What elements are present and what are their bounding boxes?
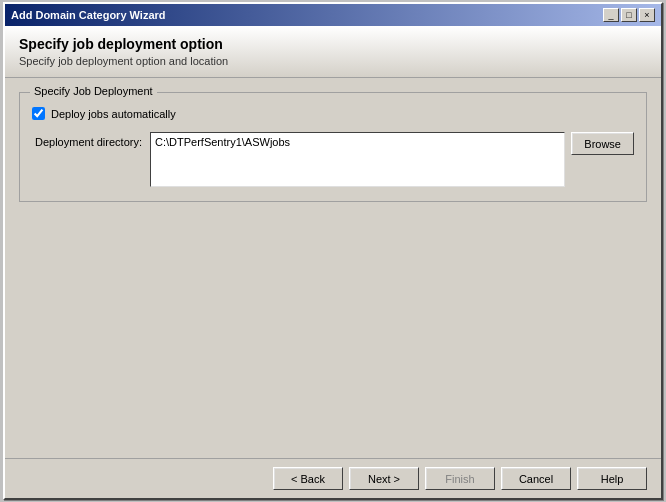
specify-job-deployment-group: Specify Job Deployment Deploy jobs autom… [19, 92, 647, 202]
browse-button[interactable]: Browse [571, 132, 634, 155]
window-title: Add Domain Category Wizard [11, 9, 166, 21]
input-browse-row: Browse [150, 132, 634, 187]
dialog-body: Specify Job Deployment Deploy jobs autom… [5, 78, 661, 458]
help-button[interactable]: Help [577, 467, 647, 490]
deploy-automatically-label[interactable]: Deploy jobs automatically [51, 108, 176, 120]
title-bar: Add Domain Category Wizard _ □ × [5, 4, 661, 26]
next-button[interactable]: Next > [349, 467, 419, 490]
finish-button[interactable]: Finish [425, 467, 495, 490]
deployment-directory-input-area [150, 132, 565, 187]
dialog-header: Specify job deployment option Specify jo… [5, 26, 661, 78]
cancel-button[interactable]: Cancel [501, 467, 571, 490]
header-title: Specify job deployment option [19, 36, 647, 52]
deploy-automatically-row: Deploy jobs automatically [32, 107, 634, 120]
back-button[interactable]: < Back [273, 467, 343, 490]
deployment-directory-row: Deployment directory: Browse [32, 132, 634, 187]
close-button[interactable]: × [639, 8, 655, 22]
group-box-legend: Specify Job Deployment [30, 85, 157, 97]
deployment-directory-label: Deployment directory: [32, 132, 142, 148]
header-subtitle: Specify job deployment option and locati… [19, 55, 647, 67]
dialog-window: Add Domain Category Wizard _ □ × Specify… [3, 2, 663, 500]
dialog-footer: < Back Next > Finish Cancel Help [5, 458, 661, 498]
deployment-directory-input[interactable] [150, 132, 565, 187]
deploy-automatically-checkbox[interactable] [32, 107, 45, 120]
title-bar-buttons: _ □ × [603, 8, 655, 22]
restore-button[interactable]: □ [621, 8, 637, 22]
minimize-button[interactable]: _ [603, 8, 619, 22]
